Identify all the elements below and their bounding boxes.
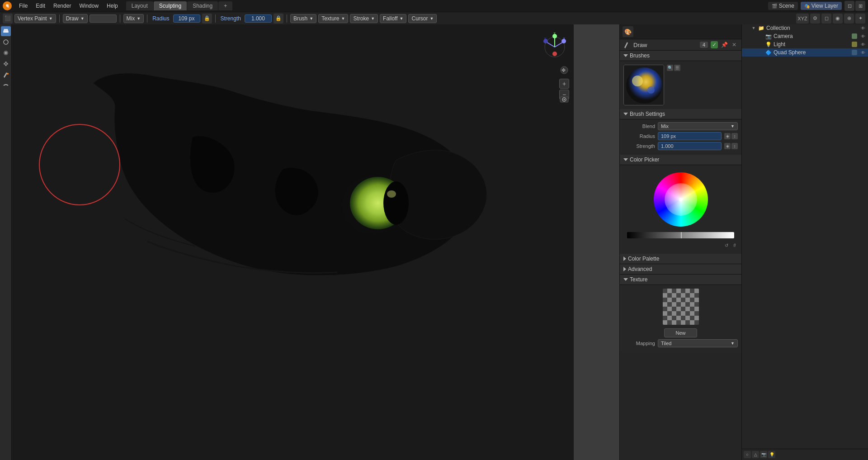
- radius-random-icon[interactable]: ◈: [724, 133, 731, 139]
- filter-object-icon[interactable]: ○: [744, 451, 751, 458]
- collection-arrow[interactable]: ▼: [751, 25, 756, 31]
- paint-icon-btn[interactable]: 🎨: [623, 26, 633, 37]
- texture-preview-container: [623, 289, 738, 325]
- brushes-content: 🔍 ☰: [620, 61, 741, 109]
- tab-shading[interactable]: Shading: [187, 1, 218, 10]
- svg-point-12: [7, 73, 9, 75]
- blend-value[interactable]: Mix ▼: [658, 122, 738, 130]
- texture-collapse: [623, 278, 628, 281]
- viewport-shade-wire[interactable]: ◻: [821, 14, 831, 24]
- outliner-item-light[interactable]: ▶ 💡 Light 👁: [742, 40, 868, 48]
- draw-dropdown[interactable]: Draw ▼: [63, 14, 88, 23]
- filter-camera-icon[interactable]: 📷: [760, 451, 767, 458]
- mapping-value[interactable]: Tiled ▼: [658, 339, 738, 347]
- paint-tool[interactable]: [1, 70, 11, 80]
- menu-help[interactable]: Help: [103, 2, 122, 10]
- quad-sphere-eye[interactable]: 👁: [860, 49, 866, 56]
- radius-icons: ◈ ↕: [724, 133, 738, 139]
- texture-section-header[interactable]: Texture: [620, 275, 741, 285]
- svg-point-11: [5, 64, 7, 66]
- radius-value[interactable]: 109 px: [173, 14, 200, 23]
- stroke-dropdown[interactable]: Stroke ▼: [350, 14, 378, 23]
- draw-tool[interactable]: [1, 26, 11, 36]
- filter-mesh-icon[interactable]: △: [752, 451, 759, 458]
- tab-sculpting[interactable]: Sculpting: [154, 1, 187, 10]
- 3d-model-svg: [12, 24, 574, 460]
- fullscreen-icon[interactable]: ⊡: [844, 1, 854, 11]
- brush-list-side: 🔍 ☰: [667, 65, 738, 71]
- smooth-tool[interactable]: [1, 37, 11, 47]
- separator-1: [59, 14, 60, 23]
- brush-menu[interactable]: ☰: [674, 65, 680, 71]
- top-menu-bar: File Edit Render Window Help Layout Scul…: [0, 0, 868, 12]
- smear-tool[interactable]: [1, 81, 11, 90]
- texture-dropdown[interactable]: Texture ▼: [318, 14, 348, 23]
- camera-view-btn[interactable]: [559, 95, 569, 106]
- advanced-section-header[interactable]: Advanced: [620, 264, 741, 275]
- viewport-shade-render[interactable]: ✦: [855, 14, 865, 24]
- brush-preview[interactable]: [623, 65, 664, 105]
- draw-check[interactable]: ✓: [711, 41, 718, 48]
- collection-label: Collection: [766, 25, 858, 31]
- axis-indicator[interactable]: X X Z Y: [542, 29, 567, 63]
- radius-pressure-icon[interactable]: ↕: [731, 133, 738, 139]
- new-texture-btn[interactable]: New: [664, 328, 697, 337]
- strength-value[interactable]: 1.000: [245, 14, 272, 23]
- color-swatch[interactable]: [90, 14, 117, 23]
- average-tool[interactable]: [1, 48, 11, 58]
- pan-icon[interactable]: ✥: [559, 65, 569, 76]
- color-reset-icon[interactable]: ↺: [723, 242, 730, 248]
- strength-random-icon[interactable]: ◈: [724, 143, 731, 149]
- radius-lock-icon[interactable]: 🔒: [202, 14, 212, 24]
- draw-close[interactable]: ✕: [731, 41, 738, 48]
- light-eye[interactable]: 👁: [860, 41, 866, 47]
- brush-settings-header[interactable]: Brush Settings: [620, 109, 741, 119]
- color-picker-label: Color Picker: [630, 156, 659, 163]
- overlay-icon[interactable]: XYZ: [796, 14, 809, 24]
- mapping-label: Mapping: [623, 341, 655, 346]
- filter-light-icon[interactable]: 💡: [768, 451, 775, 458]
- color-picker-header[interactable]: Color Picker: [620, 155, 741, 165]
- draw-pin[interactable]: 📌: [721, 41, 728, 48]
- color-wheel[interactable]: [654, 172, 708, 227]
- outliner-item-camera[interactable]: ▶ 📷 Camera 👁: [742, 32, 868, 40]
- window-icon[interactable]: ⊞: [855, 1, 865, 11]
- collection-eye[interactable]: 👁: [860, 25, 866, 31]
- viewport-shade-material[interactable]: ⊕: [844, 14, 854, 24]
- color-brightness-bar[interactable]: [627, 232, 734, 238]
- color-palette-header[interactable]: Color Palette: [620, 254, 741, 264]
- cursor-dropdown[interactable]: Cursor ▼: [408, 14, 437, 23]
- mode-icon[interactable]: ⬛: [3, 14, 13, 24]
- camera-eye[interactable]: 👁: [860, 33, 866, 39]
- strength-lock-icon[interactable]: 🔒: [274, 14, 283, 24]
- gizmo-toggle[interactable]: ⚙: [810, 14, 820, 24]
- tab-add[interactable]: +: [218, 1, 232, 10]
- falloff-dropdown[interactable]: Falloff ▼: [380, 14, 406, 23]
- mode-dropdown[interactable]: Vertex Paint ▼: [14, 14, 56, 23]
- color-hex-icon[interactable]: #: [731, 242, 738, 248]
- strength-prop-value[interactable]: 1.000: [658, 142, 722, 150]
- strength-pressure-icon[interactable]: ↕: [731, 143, 738, 149]
- viewport-shade-solid[interactable]: ◉: [833, 14, 843, 24]
- draw-number: 4: [700, 42, 708, 48]
- zoom-in-btn[interactable]: +: [559, 79, 569, 89]
- menu-edit[interactable]: Edit: [32, 2, 49, 10]
- tab-layout[interactable]: Layout: [126, 1, 153, 10]
- radius-prop-value[interactable]: 109 px: [658, 132, 722, 140]
- blur-tool[interactable]: [1, 59, 11, 69]
- svg-point-61: [632, 76, 643, 86]
- secondary-toolbar: ⬛ Vertex Paint ▼ Draw ▼ Mix ▼ Radius 109…: [0, 12, 868, 24]
- outliner-item-collection[interactable]: ▼ 📁 Collection 👁: [742, 24, 868, 32]
- menu-window[interactable]: Window: [75, 2, 102, 10]
- outliner-filter-bar: ○ △ 📷 💡: [742, 449, 868, 460]
- radius-prop-label: Radius: [623, 133, 655, 139]
- brush-search[interactable]: 🔍: [667, 65, 673, 71]
- separator-5: [287, 14, 287, 23]
- mapping-row: Mapping Tiled ▼: [623, 339, 738, 347]
- menu-render[interactable]: Render: [50, 2, 75, 10]
- brushes-section-header[interactable]: Brushes: [620, 51, 741, 61]
- menu-file[interactable]: File: [15, 2, 31, 10]
- brush-dropdown[interactable]: Brush ▼: [290, 14, 316, 23]
- outliner-item-quad-sphere[interactable]: ▶ 🔷 Quad Sphere 👁: [742, 48, 868, 57]
- blend-dropdown[interactable]: Mix ▼: [123, 14, 144, 23]
